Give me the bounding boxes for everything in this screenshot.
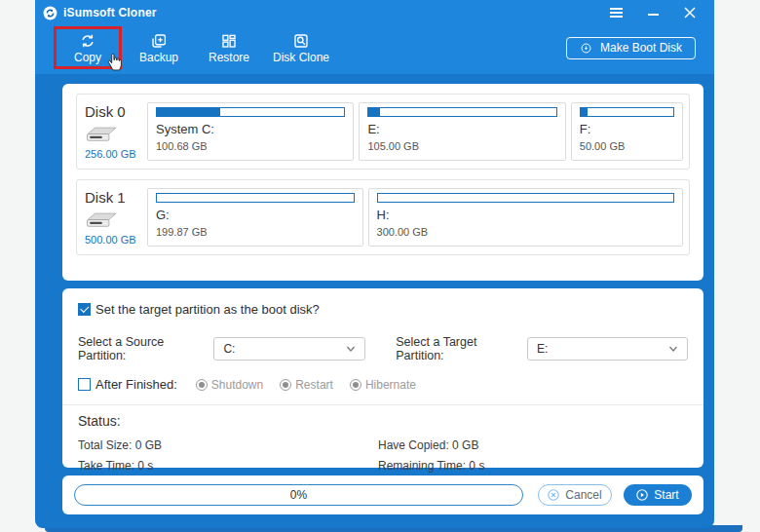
radio-option-hibernate[interactable]: Hibernate	[350, 378, 416, 392]
cancel-button[interactable]: Cancel	[538, 484, 612, 506]
backup-icon	[150, 32, 168, 50]
status-heading: Status:	[78, 413, 688, 429]
partition-label: F:	[580, 122, 674, 136]
disk-name: Disk 0	[85, 103, 126, 120]
source-partition-select[interactable]: C:	[213, 337, 365, 361]
partition-label: G:	[156, 208, 355, 222]
circle-x-icon	[548, 489, 559, 501]
status-divider	[62, 404, 703, 405]
toolbar-button-label: Disk Clone	[273, 52, 329, 63]
disk-size: 256.00 GB	[85, 148, 136, 160]
start-button[interactable]: Start	[624, 484, 692, 506]
status-grid: Total Size: 0 GB Have Copied: 0 GB Take …	[78, 438, 688, 473]
copy-sync-icon	[79, 32, 96, 50]
source-partition-value: C:	[223, 342, 235, 356]
hand-cursor-icon	[105, 51, 127, 72]
source-partition-label: Select a Source Partition:	[78, 335, 204, 362]
partition-select-row: Select a Source Partition: C: Select a T…	[78, 335, 688, 362]
minimize-button[interactable]	[646, 7, 660, 19]
partition-size: 100.68 GB	[156, 140, 345, 152]
partition-system-c[interactable]: System C:100.68 GB	[147, 102, 354, 161]
app-title: iSumsoft Cloner	[63, 6, 609, 19]
radio-option-label: Shutdown	[211, 378, 263, 392]
toolbar-button-backup[interactable]: Backup	[129, 29, 189, 66]
restore-icon	[220, 32, 238, 50]
disk-name: Disk 1	[85, 189, 126, 206]
disks-panel: Disk 0256.00 GBSystem C:100.68 GBE:105.0…	[62, 84, 703, 281]
hard-disk-icon	[85, 211, 118, 228]
close-button[interactable]	[683, 7, 697, 19]
radio-icon	[350, 379, 361, 391]
partition-usage-bar	[367, 107, 556, 117]
partition-g[interactable]: G:199.87 GB	[147, 188, 363, 247]
partition-e[interactable]: E:105.00 GB	[359, 102, 565, 161]
partition-size: 50.00 GB	[580, 140, 674, 152]
partition-size: 199.87 GB	[156, 226, 355, 238]
disk-meta: Disk 1500.00 GB	[85, 188, 147, 247]
partition-usage-bar	[156, 107, 345, 117]
toolbar-buttons: CopyBackupRestoreDisk Clone	[57, 29, 333, 66]
hard-disk-icon	[85, 126, 118, 142]
partition-usage-bar	[580, 107, 674, 117]
window-header: iSumsoft Cloner CopyBackupRestoreDisk Cl…	[35, 0, 714, 74]
radio-option-label: Hibernate	[365, 378, 416, 392]
app-window: iSumsoft Cloner CopyBackupRestoreDisk Cl…	[35, 0, 714, 528]
partition-size: 300.00 GB	[377, 226, 674, 238]
status-remaining-time: Remaining Time: 0 s	[378, 459, 688, 473]
chevron-down-icon	[668, 344, 678, 354]
start-button-label: Start	[654, 488, 678, 502]
progress-bar: 0%	[74, 484, 523, 506]
disk-size: 500.00 GB	[85, 234, 136, 246]
target-partition-label: Select a Target Partition:	[396, 335, 517, 362]
after-finished-options: ShutdownRestartHibernate	[196, 378, 416, 392]
target-partition-value: E:	[537, 342, 548, 356]
chevron-down-icon	[346, 344, 356, 354]
boot-partition-checkbox-label: Set the target partition as the boot dis…	[95, 302, 320, 317]
partition-h[interactable]: H:300.00 GB	[368, 188, 683, 247]
partition-label: H:	[377, 208, 674, 222]
partition-usage-fill	[368, 108, 380, 116]
partition-usage-bar	[377, 193, 674, 203]
progress-percent-label: 0%	[75, 485, 522, 505]
partition-list: G:199.87 GBH:300.00 GB	[147, 188, 683, 247]
toolbar-button-restore[interactable]: Restore	[199, 29, 259, 66]
after-finished-row: After Finished: ShutdownRestartHibernate	[78, 377, 688, 392]
after-finished-label: After Finished:	[95, 377, 177, 392]
toolbar-button-label: Copy	[74, 52, 101, 63]
disk-meta: Disk 0256.00 GB	[85, 102, 147, 161]
window-controls	[609, 7, 697, 19]
settings-panel: Set the target partition as the boot dis…	[62, 288, 703, 468]
status-have-copied: Have Copied: 0 GB	[378, 438, 688, 452]
radio-option-restart[interactable]: Restart	[280, 378, 333, 392]
after-finished-checkbox[interactable]	[78, 378, 91, 391]
partition-label: E:	[367, 122, 556, 136]
menu-icon[interactable]	[609, 7, 623, 19]
radio-icon	[196, 379, 208, 391]
partition-usage-bar	[156, 193, 355, 203]
disk-row-disk-0: Disk 0256.00 GBSystem C:100.68 GBE:105.0…	[76, 94, 690, 170]
make-boot-disk-button[interactable]: Make Boot Disk	[566, 37, 696, 59]
partition-label: System C:	[156, 122, 345, 136]
toolbar: CopyBackupRestoreDisk Clone Make Boot Di…	[35, 25, 714, 74]
boot-disk-icon	[580, 42, 592, 55]
cancel-button-label: Cancel	[565, 488, 601, 502]
toolbar-button-label: Restore	[209, 52, 249, 63]
footer-bar: 0% Cancel Start	[62, 475, 703, 514]
titlebar: iSumsoft Cloner	[35, 0, 714, 25]
toolbar-button-disk-clone[interactable]: Disk Clone	[269, 29, 333, 66]
boot-partition-checkbox[interactable]	[78, 303, 91, 316]
make-boot-disk-label: Make Boot Disk	[600, 41, 682, 55]
target-partition-select[interactable]: E:	[527, 337, 688, 361]
partition-usage-fill	[157, 108, 220, 116]
circle-play-icon	[636, 489, 648, 501]
partition-f[interactable]: F:50.00 GB	[571, 102, 683, 161]
radio-option-shutdown[interactable]: Shutdown	[196, 378, 263, 392]
partition-usage-fill	[581, 108, 589, 116]
radio-option-label: Restart	[295, 378, 333, 392]
partition-size: 105.00 GB	[367, 140, 556, 152]
toolbar-button-copy[interactable]: Copy	[57, 29, 119, 66]
disk-clone-icon	[292, 32, 310, 50]
boot-partition-option[interactable]: Set the target partition as the boot dis…	[78, 302, 688, 317]
partition-list: System C:100.68 GBE:105.00 GBF:50.00 GB	[147, 102, 683, 161]
desktop-background: iSumsoft Cloner CopyBackupRestoreDisk Cl…	[0, 0, 760, 532]
